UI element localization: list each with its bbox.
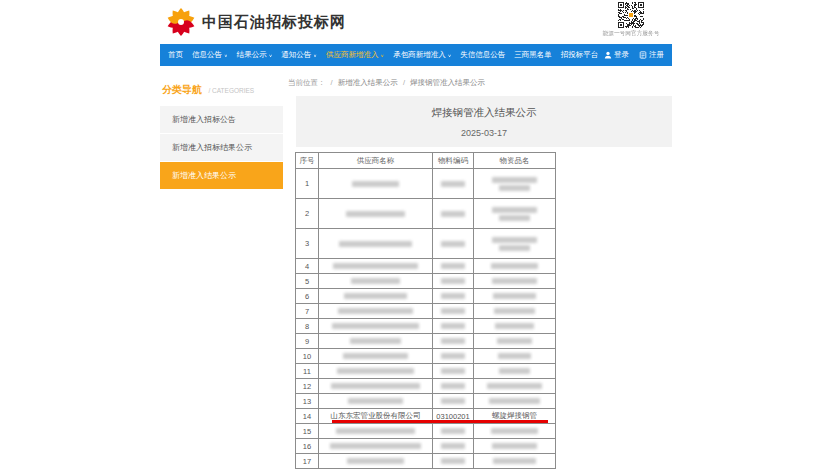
redacted-text bbox=[441, 211, 465, 217]
cell-code bbox=[433, 289, 474, 304]
col-header-supplier: 供应商名称 bbox=[319, 153, 433, 169]
redacted-text bbox=[441, 398, 465, 404]
cell-item bbox=[474, 319, 556, 334]
cell-code bbox=[433, 199, 474, 229]
qr-caption: 能源一号网官方服务号 bbox=[598, 29, 665, 38]
redacted-text bbox=[493, 458, 535, 464]
cell-no: 7 bbox=[296, 304, 319, 319]
brand: 中国石油招标投标网 bbox=[166, 7, 346, 37]
redacted-text bbox=[339, 241, 411, 247]
breadcrumb-separator: / bbox=[331, 78, 333, 87]
table-row: 7 bbox=[296, 304, 556, 319]
redacted-text bbox=[344, 293, 406, 299]
redacted-text bbox=[494, 308, 535, 314]
nav-item[interactable]: 首页 bbox=[168, 50, 183, 60]
table-body: 1234567891011121314山东东宏管业股份有限公司03100201螺… bbox=[296, 169, 556, 469]
cell-code bbox=[433, 349, 474, 364]
nav-item[interactable]: 承包商新增准入∨ bbox=[393, 50, 451, 60]
cell-code bbox=[433, 274, 474, 289]
col-header-code: 物料编码 bbox=[433, 153, 474, 169]
cell-no: 12 bbox=[296, 379, 319, 394]
table-row: 12 bbox=[296, 379, 556, 394]
cell-item bbox=[474, 364, 556, 379]
redacted-text bbox=[336, 428, 415, 434]
redacted-text bbox=[346, 211, 406, 217]
table-row: 10 bbox=[296, 349, 556, 364]
cell-no: 15 bbox=[296, 424, 319, 439]
table-row: 16 bbox=[296, 439, 556, 454]
table-row: 1 bbox=[296, 169, 556, 199]
col-header-item: 物资品名 bbox=[474, 153, 556, 169]
cell-item bbox=[474, 199, 556, 229]
nav-item[interactable]: 失信信息公告 bbox=[460, 50, 505, 60]
login-label: 登录 bbox=[614, 50, 629, 60]
cell-supplier bbox=[319, 379, 433, 394]
chevron-down-icon: ∨ bbox=[224, 53, 228, 58]
cell-supplier bbox=[319, 289, 433, 304]
cell-supplier bbox=[319, 274, 433, 289]
chevron-down-icon: ∨ bbox=[381, 53, 385, 58]
cell-item bbox=[474, 454, 556, 469]
redacted-text bbox=[343, 353, 407, 359]
redacted-text bbox=[495, 323, 533, 329]
cell-item bbox=[474, 439, 556, 454]
redacted-text bbox=[351, 278, 401, 284]
article-title: 焊接钢管准入结果公示 bbox=[296, 106, 672, 120]
redacted-text bbox=[332, 323, 419, 329]
nav-items: 首页信息公告∨结果公示∨通知公告∨供应商新增准入∨承包商新增准入∨失信信息公告三… bbox=[168, 50, 598, 60]
redacted-text bbox=[441, 383, 465, 389]
nav-item[interactable]: 招投标平台 bbox=[561, 50, 599, 60]
cell-no: 2 bbox=[296, 199, 319, 229]
cell-code bbox=[433, 169, 474, 199]
redacted-text bbox=[441, 353, 465, 359]
login-button[interactable]: 登录 bbox=[604, 50, 629, 60]
cell-no: 5 bbox=[296, 274, 319, 289]
table-row: 3 bbox=[296, 229, 556, 259]
cell-item bbox=[474, 379, 556, 394]
chevron-down-icon: ∨ bbox=[269, 53, 273, 58]
petrochina-logo-icon bbox=[166, 7, 196, 37]
redacted-text bbox=[348, 398, 402, 404]
sidebar-item[interactable]: 新增准入结果公示 bbox=[160, 162, 283, 189]
nav-item[interactable]: 信息公告∨ bbox=[192, 50, 228, 60]
cell-no: 1 bbox=[296, 169, 319, 199]
cell-supplier bbox=[319, 259, 433, 274]
redacted-text bbox=[491, 428, 538, 434]
redacted-text bbox=[338, 308, 413, 314]
sidebar-item[interactable]: 新增准入招标公告 bbox=[160, 106, 283, 133]
sidebar-items: 新增准入招标公告新增准入招标结果公示新增准入结果公示 bbox=[160, 106, 283, 189]
cell-code bbox=[433, 304, 474, 319]
cell-item bbox=[474, 424, 556, 439]
breadcrumb-item-current[interactable]: 焊接钢管准入结果公示 bbox=[410, 78, 485, 87]
redacted-text bbox=[441, 323, 465, 329]
cell-no: 10 bbox=[296, 349, 319, 364]
redacted-text bbox=[441, 368, 465, 374]
breadcrumb-separator: / bbox=[403, 78, 405, 87]
qr-block: 能源一号网官方服务号 bbox=[596, 2, 666, 38]
cell-supplier bbox=[319, 394, 433, 409]
redacted-text bbox=[331, 383, 420, 389]
nav-item[interactable]: 供应商新增准入∨ bbox=[326, 50, 384, 60]
cell-supplier bbox=[319, 169, 433, 199]
cell-no: 4 bbox=[296, 259, 319, 274]
sidebar-item[interactable]: 新增准入招标结果公示 bbox=[160, 134, 283, 161]
redacted-text bbox=[441, 458, 465, 464]
breadcrumb-item-category[interactable]: 新增准入结果公示 bbox=[338, 78, 398, 87]
table-row: 9 bbox=[296, 334, 556, 349]
cell-no: 16 bbox=[296, 439, 319, 454]
nav-item[interactable]: 通知公告∨ bbox=[281, 50, 317, 60]
register-button[interactable]: 注册 bbox=[639, 50, 664, 60]
nav-item[interactable]: 三商黑名单 bbox=[514, 50, 552, 60]
redacted-text bbox=[333, 263, 418, 269]
redacted-text bbox=[499, 245, 530, 251]
redacted-text bbox=[492, 207, 537, 213]
cell-code bbox=[433, 394, 474, 409]
redacted-text bbox=[498, 353, 531, 359]
breadcrumb-prefix: 当前位置： bbox=[288, 78, 326, 87]
redacted-text bbox=[499, 368, 530, 374]
cell-supplier bbox=[319, 454, 433, 469]
cell-no: 11 bbox=[296, 364, 319, 379]
article-header: 焊接钢管准入结果公示 2025-03-17 bbox=[296, 96, 672, 147]
nav-item[interactable]: 结果公示∨ bbox=[237, 50, 273, 60]
table-row: 5 bbox=[296, 274, 556, 289]
